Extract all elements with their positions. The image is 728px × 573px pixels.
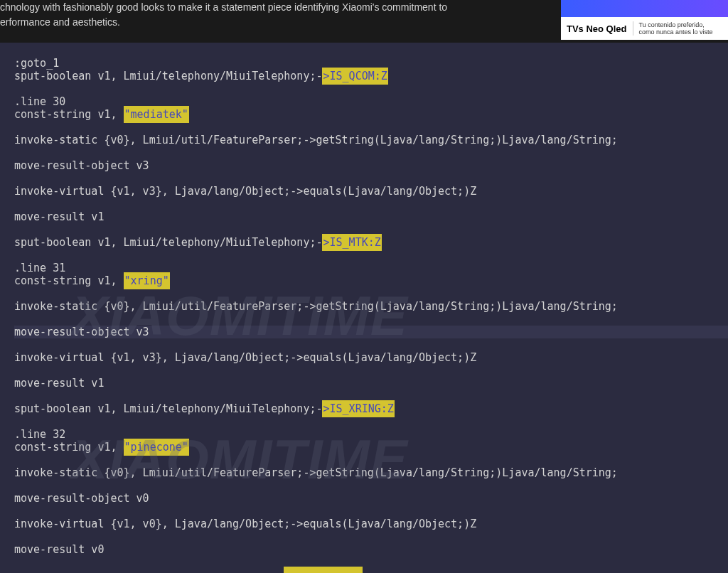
- code-line: invoke-virtual {v1, v0}, Ljava/lang/Obje…: [14, 518, 728, 530]
- article-line-1: chnology with fashionably good looks to …: [0, 1, 447, 13]
- code-line: invoke-static {v0}, Lmiui/util/FeaturePa…: [14, 466, 728, 479]
- highlighted-token: [284, 567, 362, 573]
- code-line: [14, 313, 728, 326]
- code-line: [14, 172, 728, 185]
- code-line: move-result v0: [14, 543, 728, 556]
- code-line: invoke-virtual {v1, v3}, Ljava/lang/Obje…: [14, 185, 728, 198]
- highlighted-token: >IS_XRING:Z: [322, 400, 394, 417]
- code-line: sput-boolean v1, Lmiui/telephony/MiuiTel…: [14, 70, 728, 82]
- code-line: move-result-object v3: [14, 326, 728, 338]
- code-line: [14, 530, 728, 543]
- code-line: [14, 364, 728, 377]
- highlighted-token: >IS_MTK:Z: [322, 234, 381, 251]
- code-line: invoke-static {v0}, Lmiui/util/FeaturePa…: [14, 134, 728, 146]
- highlighted-token: "xring": [124, 272, 170, 289]
- code-line: invoke-virtual {v1, v3}, Ljava/lang/Obje…: [14, 351, 728, 364]
- code-line: [14, 287, 728, 300]
- code-line: const-string v1, "xring": [14, 274, 728, 287]
- ad-subtitle: Tu contenido preferido, como nunca antes…: [633, 21, 713, 36]
- code-line: [14, 146, 728, 159]
- highlighted-token: >IS_QCOM:Z: [322, 68, 387, 85]
- code-line: [14, 338, 728, 351]
- code-line: move-result-object v0: [14, 492, 728, 505]
- code-line: [14, 479, 728, 492]
- code-line: .line 30: [14, 95, 728, 108]
- code-line: .line 31: [14, 262, 728, 274]
- top-bar: chnology with fashionably good looks to …: [0, 0, 728, 43]
- ad-content: TVs Neo Qled Tu contenido preferido, com…: [561, 17, 728, 40]
- ad-banner[interactable]: TVs Neo Qled Tu contenido preferido, com…: [561, 0, 728, 40]
- ad-gradient: [561, 0, 728, 17]
- code-line: const-string v1, "mediatek": [14, 108, 728, 121]
- code-viewer[interactable]: XIAOMITIME XIAOMITIME :goto_1sput-boolea…: [0, 43, 728, 573]
- highlighted-token: "pinecone": [124, 439, 189, 456]
- code-line: move-result v1: [14, 210, 728, 223]
- code-line: [14, 505, 728, 518]
- code-line: const-string v1, "pinecone": [14, 441, 728, 454]
- ad-title: TVs Neo Qled: [567, 23, 627, 34]
- code-lines: :goto_1sput-boolean v1, Lmiui/telephony/…: [14, 57, 728, 573]
- code-line: [14, 556, 728, 569]
- code-line: sput-boolean v1, Lmiui/telephony/MiuiTel…: [14, 236, 728, 249]
- article-line-2: erformance and aesthetics.: [0, 16, 120, 28]
- code-line: [14, 198, 728, 210]
- code-line: [14, 454, 728, 466]
- code-line: move-result-object v3: [14, 159, 728, 172]
- code-line: sput-boolean v1, Lmiui/telephony/MiuiTel…: [14, 402, 728, 415]
- code-line: move-result v1: [14, 377, 728, 390]
- article-snippet: chnology with fashionably good looks to …: [0, 0, 561, 43]
- code-line: invoke-static {v0}, Lmiui/util/FeaturePa…: [14, 300, 728, 313]
- highlighted-token: "mediatek": [124, 106, 189, 123]
- code-line: .line 32: [14, 428, 728, 441]
- code-line: [14, 121, 728, 134]
- code-line: [14, 569, 728, 573]
